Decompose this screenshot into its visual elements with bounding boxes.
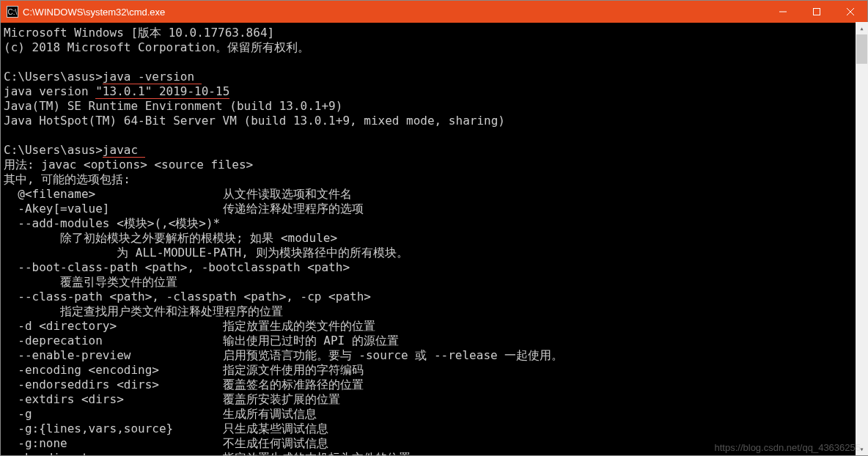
text-line: -g 生成所有调试信息	[4, 407, 317, 421]
text-line: java version	[4, 84, 95, 98]
command: java -version	[103, 70, 202, 84]
watermark: https://blog.csdn.net/qq_43636255	[715, 442, 861, 453]
maximize-icon	[813, 8, 820, 15]
text-line: -Akey[=value] 传递给注释处理程序的选项	[4, 202, 364, 216]
maximize-button[interactable]	[800, 1, 834, 23]
scrollbar[interactable]: ▴ ▾	[856, 22, 868, 455]
text-line: -deprecation 输出使用已过时的 API 的源位置	[4, 334, 399, 347]
minimize-button[interactable]	[766, 1, 800, 23]
prompt: C:\Users\asus>	[4, 70, 103, 84]
text-line: -encoding <encoding> 指定源文件使用的字符编码	[4, 363, 364, 377]
text-line: --boot-class-path <path>, -bootclasspath…	[4, 260, 350, 274]
text-line: -extdirs <dirs> 覆盖所安装扩展的位置	[4, 392, 340, 406]
svg-rect-1	[814, 9, 820, 15]
minimize-icon	[779, 8, 787, 15]
text-line: -h <directory> 指定放置生成的本机标头文件的位置	[4, 451, 411, 455]
text-line: -g:{lines,vars,source} 只生成某些调试信息	[4, 422, 328, 435]
cmd-icon: C:\	[7, 6, 18, 18]
text-line: 用法: javac <options> <source files>	[4, 158, 253, 172]
text-line: Java HotSpot(TM) 64-Bit Server VM (build…	[4, 114, 505, 128]
command: javac	[103, 143, 145, 158]
window-title: C:\WINDOWS\system32\cmd.exe	[23, 7, 766, 18]
text-line: 指定查找用户类文件和注释处理程序的位置	[4, 304, 283, 318]
text-line: Microsoft Windows [版本 10.0.17763.864]	[4, 26, 274, 40]
titlebar[interactable]: C:\ C:\WINDOWS\system32\cmd.exe	[1, 1, 867, 23]
text-line: -g:none 不生成任何调试信息	[4, 436, 328, 450]
close-icon	[847, 8, 854, 15]
text-line: -endorseddirs <dirs> 覆盖签名的标准路径的位置	[4, 378, 364, 391]
cmd-window: C:\ C:\WINDOWS\system32\cmd.exe Microsof…	[0, 0, 868, 456]
scroll-thumb[interactable]	[856, 34, 867, 64]
close-button[interactable]	[834, 1, 867, 23]
text-line: --class-path <path>, -classpath <path>, …	[4, 290, 371, 304]
window-controls	[766, 1, 867, 23]
scroll-up-button[interactable]: ▴	[856, 22, 868, 34]
text-line: @<filename> 从文件读取选项和文件名	[4, 187, 352, 201]
text-line: 其中, 可能的选项包括:	[4, 172, 130, 186]
text-line: (c) 2018 Microsoft Corporation。保留所有权利。	[4, 40, 309, 54]
redaction-smudge	[323, 73, 425, 88]
prompt: C:\Users\asus>	[4, 143, 103, 157]
text-line: "13.0.1" 2019-10-15	[95, 84, 229, 99]
terminal-output[interactable]: Microsoft Windows [版本 10.0.17763.864] (c…	[1, 23, 867, 455]
text-line: Java(TM) SE Runtime Environment (build 1…	[4, 99, 342, 113]
text-line: 除了初始模块之外要解析的根模块; 如果 <module>	[4, 231, 337, 245]
text-line: -d <directory> 指定放置生成的类文件的位置	[4, 319, 375, 333]
text-line: --add-modules <模块>(,<模块>)*	[4, 216, 220, 230]
text-line: 为 ALL-MODULE-PATH, 则为模块路径中的所有模块。	[4, 246, 408, 260]
text-line: --enable-preview 启用预览语言功能。要与 -source 或 -…	[4, 348, 563, 362]
text-line: 覆盖引导类文件的位置	[4, 275, 177, 289]
